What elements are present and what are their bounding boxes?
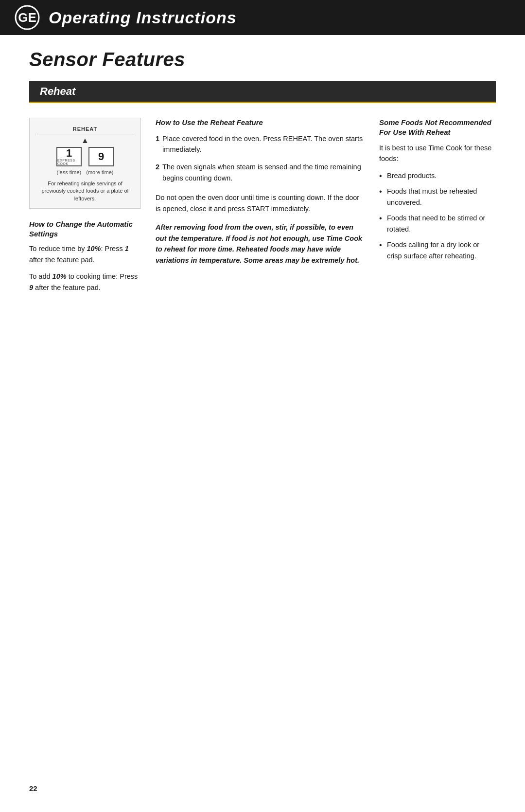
middle-column: How to Use the Reheat Feature 1 Place co… <box>156 118 365 299</box>
reheat-diagram: REHEAT ▲ 1 EXPRESS COOK 9 (less time) (m… <box>29 118 141 209</box>
btn-9: 9 <box>88 147 114 166</box>
some-foods-intro: It is best to use Time Cook for these fo… <box>379 143 496 164</box>
step2-text: The oven signals when steam is sensed an… <box>162 162 365 183</box>
section-header: Reheat <box>29 81 496 103</box>
step1-num: 1 <box>156 133 159 155</box>
right-column: Some Foods Not Recommended For Use With … <box>379 118 496 299</box>
how-change-p1: To reduce time by 10%: Press 1 after the… <box>29 243 141 265</box>
diagram-arrow: ▲ <box>35 136 135 145</box>
bullet-item-4: Foods calling for a dry look or crisp su… <box>379 239 496 261</box>
ge-logo-icon: GE <box>15 5 40 30</box>
step2-num: 2 <box>156 162 159 183</box>
btn1-sublabel: EXPRESS COOK <box>57 159 81 165</box>
mid-body: Do not open the oven door until time is … <box>156 192 365 214</box>
btn1-number: 1 <box>66 148 72 159</box>
how-change-body: To reduce time by 10%: Press 1 after the… <box>29 243 141 293</box>
time-more-label: (more time) <box>86 169 113 175</box>
reheat-label: REHEAT <box>35 126 135 134</box>
step-2: 2 The oven signals when steam is sensed … <box>156 162 365 183</box>
warning-text: After removing food from the oven, stir,… <box>156 222 365 266</box>
bullet-list: Bread products. Foods that must be rehea… <box>379 170 496 261</box>
how-use-title: How to Use the Reheat Feature <box>156 118 365 127</box>
header-title: Operating Instructions <box>49 8 237 27</box>
bullet-item-1: Bread products. <box>379 170 496 181</box>
left-column: REHEAT ▲ 1 EXPRESS COOK 9 (less time) (m… <box>29 118 141 299</box>
numbered-steps: 1 Place covered food in the oven. Press … <box>156 133 365 184</box>
btn9-number: 9 <box>98 151 104 162</box>
page-number: 22 <box>29 784 37 793</box>
bullet-item-2: Foods that must be reheated uncovered. <box>379 186 496 208</box>
diagram-time-labels: (less time) (more time) <box>35 169 135 175</box>
diagram-buttons: 1 EXPRESS COOK 9 <box>35 147 135 166</box>
bullet-item-3: Foods that need to be stirred or rotated… <box>379 213 496 235</box>
step-1: 1 Place covered food in the oven. Press … <box>156 133 365 155</box>
how-change-p2: To add 10% to cooking time: Press 9 afte… <box>29 271 141 293</box>
btn-1: 1 EXPRESS COOK <box>56 147 82 166</box>
some-foods-title: Some Foods Not Recommended For Use With … <box>379 118 496 137</box>
header-bar: GE Operating Instructions <box>0 0 525 35</box>
how-change-title: How to Change the Automatic Settings <box>29 219 141 238</box>
diagram-note: For reheating single servings of previou… <box>35 180 135 202</box>
page-title: Sensor Features <box>0 35 525 81</box>
step1-text: Place covered food in the oven. Press RE… <box>162 133 365 155</box>
content-area: REHEAT ▲ 1 EXPRESS COOK 9 (less time) (m… <box>0 103 525 318</box>
time-less-label: (less time) <box>57 169 82 175</box>
svg-text:GE: GE <box>18 10 36 25</box>
